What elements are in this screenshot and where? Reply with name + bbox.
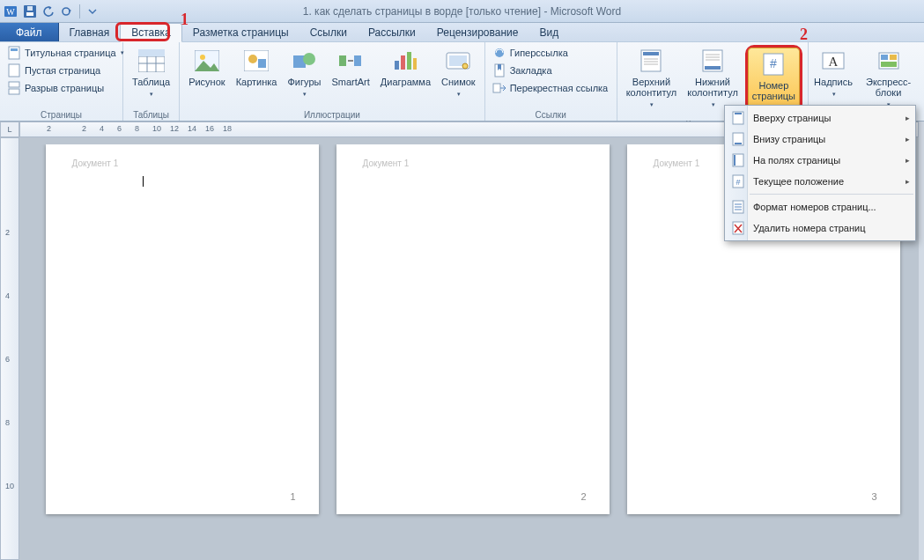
page-2[interactable]: Документ 1 2 bbox=[336, 144, 610, 514]
hyperlink-button[interactable]: Гиперссылка bbox=[491, 45, 610, 61]
tab-home[interactable]: Главная bbox=[59, 23, 121, 41]
tab-mailings[interactable]: Рассылки bbox=[358, 23, 426, 41]
ruler-tick: 2 bbox=[82, 124, 86, 133]
ruler-tick: 8 bbox=[5, 418, 10, 427]
ruler-tick: 6 bbox=[5, 355, 10, 364]
shapes-button[interactable]: Фигуры▾ bbox=[284, 45, 324, 101]
svg-rect-28 bbox=[407, 52, 411, 70]
hyperlink-icon bbox=[492, 46, 506, 60]
dd-page-margins[interactable]: На полях страницы ▸ bbox=[725, 150, 915, 171]
svg-rect-10 bbox=[9, 89, 19, 94]
ruler-tick: 4 bbox=[100, 124, 104, 133]
svg-rect-16 bbox=[138, 49, 165, 56]
save-icon[interactable] bbox=[22, 4, 38, 19]
table-button[interactable]: Таблица▾ bbox=[129, 45, 174, 101]
svg-point-20 bbox=[248, 55, 257, 63]
dd-top-of-page[interactable]: Вверху страницы ▸ bbox=[725, 107, 915, 129]
title-bar: W 1. как сделать страницы в ворде [тольк… bbox=[0, 0, 924, 23]
undo-icon[interactable] bbox=[41, 4, 56, 19]
group-label-links: Ссылки bbox=[491, 109, 611, 121]
svg-rect-51 bbox=[881, 55, 888, 60]
dd-remove-numbers[interactable]: Удалить номера страниц bbox=[725, 217, 915, 239]
redo-icon[interactable] bbox=[59, 4, 75, 19]
cover-page-button[interactable]: Титульная страница▾ bbox=[5, 45, 126, 61]
textbox-button[interactable]: A Надпись▾ bbox=[814, 45, 853, 101]
tab-layout[interactable]: Разметка страницы bbox=[182, 23, 299, 41]
svg-point-32 bbox=[462, 63, 468, 69]
group-links: Гиперссылка Закладка Перекрестная ссылка… bbox=[485, 42, 617, 121]
picture-button[interactable]: Рисунок bbox=[185, 45, 229, 89]
ruler-corner[interactable]: L bbox=[0, 122, 19, 137]
svg-rect-7 bbox=[11, 48, 18, 51]
svg-rect-25 bbox=[354, 55, 361, 66]
crossref-button[interactable]: Перекрестная ссылка bbox=[491, 80, 610, 96]
tab-insert[interactable]: Вставка bbox=[120, 23, 182, 42]
bookmark-icon bbox=[492, 63, 506, 77]
chevron-right-icon: ▸ bbox=[906, 135, 910, 144]
quick-access-toolbar: W bbox=[4, 4, 100, 19]
dropdown-separator bbox=[750, 194, 913, 195]
svg-rect-53 bbox=[881, 62, 897, 67]
group-label-tables: Таблицы bbox=[129, 109, 174, 121]
annotation-1: 1 bbox=[181, 11, 188, 29]
dd-format-numbers[interactable]: Формат номеров страниц... bbox=[725, 196, 915, 217]
svg-rect-59 bbox=[734, 155, 736, 166]
page-header: Документ 1 bbox=[363, 158, 410, 168]
svg-rect-24 bbox=[339, 55, 346, 66]
page-number-icon: # bbox=[759, 50, 787, 78]
quickparts-button[interactable]: Экспресс-блоки▾ bbox=[856, 45, 920, 112]
smartart-button[interactable]: SmartArt bbox=[328, 45, 373, 89]
dd-current-position[interactable]: # Текущее положение ▸ bbox=[725, 171, 915, 192]
header-icon bbox=[637, 47, 665, 75]
svg-rect-3 bbox=[26, 12, 33, 16]
chevron-right-icon: ▸ bbox=[906, 114, 910, 122]
group-pages: Титульная страница▾ Пустая страница Разр… bbox=[0, 42, 123, 121]
ruler-tick: 8 bbox=[135, 124, 139, 133]
tab-review[interactable]: Рецензирование bbox=[426, 23, 529, 41]
ruler-tick: 4 bbox=[5, 291, 10, 300]
table-icon bbox=[137, 47, 166, 75]
svg-text:#: # bbox=[736, 178, 740, 187]
svg-rect-8 bbox=[9, 64, 19, 77]
screenshot-button[interactable]: Снимок▾ bbox=[438, 45, 479, 101]
svg-text:A: A bbox=[829, 55, 839, 69]
tab-view[interactable]: Вид bbox=[529, 23, 569, 41]
footer-icon bbox=[699, 47, 727, 75]
textbox-icon: A bbox=[819, 47, 847, 75]
text-cursor bbox=[143, 176, 144, 187]
tab-file[interactable]: Файл bbox=[0, 23, 59, 41]
ruler-tick: 6 bbox=[117, 124, 122, 133]
footer-button[interactable]: Нижний колонтитул▾ bbox=[684, 45, 742, 112]
bookmark-button[interactable]: Закладка bbox=[491, 63, 610, 78]
svg-text:W: W bbox=[6, 7, 15, 17]
picture-icon bbox=[193, 47, 221, 75]
header-button[interactable]: Верхний колонтитул▾ bbox=[623, 45, 681, 112]
svg-text:#: # bbox=[770, 56, 777, 70]
svg-rect-45 bbox=[705, 66, 721, 70]
page-1[interactable]: Документ 1 1 bbox=[46, 144, 319, 514]
ruler-vertical[interactable]: 246810 bbox=[0, 137, 19, 560]
word-app-icon[interactable]: W bbox=[4, 4, 19, 19]
format-icon bbox=[728, 199, 748, 215]
blank-page-button[interactable]: Пустая страница bbox=[5, 63, 126, 78]
quickparts-icon bbox=[875, 47, 903, 75]
ruler-tick: 16 bbox=[205, 124, 214, 133]
svg-point-5 bbox=[63, 8, 70, 15]
page-number: 1 bbox=[290, 491, 295, 502]
tab-references[interactable]: Ссылки bbox=[299, 23, 358, 41]
svg-rect-35 bbox=[493, 84, 500, 92]
page-break-button[interactable]: Разрыв страницы bbox=[5, 80, 126, 96]
blank-page-icon bbox=[7, 63, 21, 77]
chart-button[interactable]: Диаграмма bbox=[377, 45, 434, 89]
svg-rect-4 bbox=[27, 6, 33, 11]
svg-rect-37 bbox=[643, 52, 659, 55]
vertical-scrollbar[interactable] bbox=[919, 122, 924, 560]
svg-rect-55 bbox=[735, 113, 742, 114]
svg-rect-26 bbox=[395, 61, 399, 70]
screenshot-icon bbox=[444, 47, 472, 75]
dd-bottom-of-page[interactable]: Внизу страницы ▸ bbox=[725, 129, 915, 150]
ruler-tick: 14 bbox=[188, 124, 196, 133]
ruler-tick: 18 bbox=[223, 124, 232, 133]
clipart-button[interactable]: Картинка bbox=[233, 45, 281, 89]
qat-customize-icon[interactable] bbox=[85, 4, 100, 19]
